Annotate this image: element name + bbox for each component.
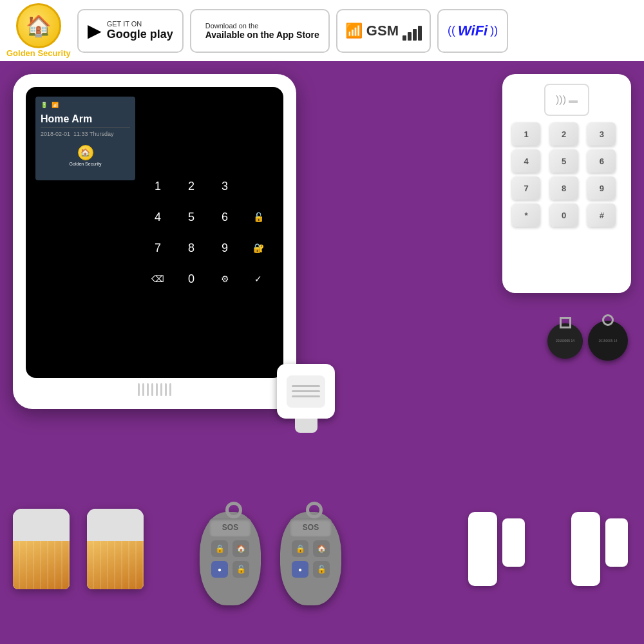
rfid-reader-area: ))) ▬ (544, 84, 589, 116)
key-5[interactable]: 5 (178, 204, 204, 230)
gsm-label: GSM (366, 23, 399, 39)
key-confirm[interactable]: ✓ (245, 266, 271, 292)
appstore-badge[interactable]: Download on the Available on the App Sto… (190, 9, 330, 53)
rfid-key-7[interactable]: 7 (512, 176, 540, 200)
remote-1-row-1: 🔒 🏠 (211, 540, 249, 557)
brand-name-text: Golden Security (6, 48, 71, 58)
lcd-brand-text: Golden Security (70, 162, 102, 166)
remote-2-btn-3[interactable]: 🔓 (313, 561, 330, 578)
wifi-right-waves: )) (490, 24, 498, 37)
battery-icon: 🔋 (41, 102, 48, 108)
key-0[interactable]: 0 (178, 266, 204, 292)
rfid-waves-icon: ))) (556, 94, 566, 106)
key-7[interactable]: 7 (145, 235, 171, 261)
product-area: 🔋 📶 Home Arm 2018-02-01 11:33 Thursday 🏠… (0, 61, 644, 644)
signal-bar-4 (418, 26, 422, 41)
rfid-keypad: ))) ▬ 1 2 3 4 5 6 7 8 9 * 0 # (502, 74, 631, 293)
remote-1: SOS 🔒 🏠 ● 🔓 (200, 495, 267, 605)
door-main-1 (468, 512, 497, 586)
rfid-tag-1-text: 20150005 14 (552, 335, 578, 346)
key-settings[interactable]: ⚙ (212, 266, 238, 292)
lcd-divider (41, 128, 130, 128)
rfid-key-1[interactable]: 1 (512, 122, 540, 146)
wifi-left-waves: (( (448, 24, 455, 37)
remote-1-btn-3[interactable]: 🔓 (232, 561, 249, 578)
remote-2-loop (306, 502, 323, 518)
lcd-logo-circle: 🏠 (78, 145, 93, 160)
speaker-slot-3 (147, 383, 149, 396)
pir-sensor-1 (13, 509, 74, 596)
speaker-slot-7 (165, 383, 167, 396)
key-3[interactable]: 3 (212, 173, 238, 199)
lcd-house-icon: 🏠 (80, 148, 90, 157)
key-1[interactable]: 1 (145, 173, 171, 199)
rfid-key-4[interactable]: 4 (512, 149, 540, 173)
remote-1-row-2: ● 🔓 (211, 561, 249, 578)
remote-1-loop (225, 502, 242, 518)
house-icon: 🏠 (26, 14, 52, 38)
pir-top-part (13, 509, 70, 541)
speaker-slot-2 (142, 383, 144, 396)
remote-1-sos-btn[interactable]: SOS (209, 518, 251, 536)
key-backspace[interactable]: ⌫ (145, 266, 171, 292)
siren-slot-2 (292, 390, 320, 392)
rfid-key-hash[interactable]: # (587, 204, 616, 227)
rfid-tags-area: 20150005 14 20150005 14 (547, 309, 628, 361)
remote-2-btn-blue[interactable]: ● (292, 561, 308, 578)
rfid-key-8[interactable]: 8 (550, 176, 578, 200)
keypad-area: 1 2 3 4 5 6 🔓 7 8 9 🔐 ⌫ 0 ⚙ ✓ (135, 97, 274, 368)
rfid-key-2[interactable]: 2 (550, 122, 578, 146)
signal-bar-1 (402, 35, 406, 41)
key-ring-2 (602, 314, 614, 326)
rfid-key-9[interactable]: 9 (587, 176, 616, 200)
rfid-key-6[interactable]: 6 (587, 149, 616, 173)
key-lock-closed[interactable]: 🔐 (245, 235, 271, 261)
rfid-key-star[interactable]: * (512, 204, 540, 227)
key-lock-open[interactable]: 🔓 (245, 204, 271, 230)
key-ring-1 (560, 317, 571, 328)
remote-2-sos-btn[interactable]: SOS (290, 518, 332, 536)
rfid-card-icon: ▬ (569, 95, 578, 105)
siren-body (277, 364, 335, 419)
sim-icon: 📶 (345, 23, 363, 39)
pir-sensor-2 (87, 509, 148, 596)
alarm-panel: 🔋 📶 Home Arm 2018-02-01 11:33 Thursday 🏠… (13, 74, 296, 409)
remote-1-btn-2[interactable]: 🏠 (232, 540, 249, 557)
door-main-2 (571, 512, 600, 586)
google-play-label: Google play (107, 28, 173, 41)
google-play-sublabel: GET IT ON (107, 20, 173, 28)
alarm-status-text: Home Arm (41, 113, 130, 125)
pir-top-part-2 (87, 509, 144, 541)
rfid-key-3[interactable]: 3 (587, 122, 616, 146)
key-6[interactable]: 6 (212, 204, 238, 230)
key-2[interactable]: 2 (178, 173, 204, 199)
remote-2: SOS 🔒 🏠 ● 🔓 (280, 495, 348, 605)
panel-screen-area: 🔋 📶 Home Arm 2018-02-01 11:33 Thursday 🏠… (26, 87, 283, 378)
key-4[interactable]: 4 (145, 204, 171, 230)
wifi-label: WiFi (458, 23, 488, 39)
google-play-icon: ▶ (88, 20, 102, 41)
key-9[interactable]: 9 (212, 235, 238, 261)
alarm-siren (277, 364, 335, 433)
lcd-screen: 🔋 📶 Home Arm 2018-02-01 11:33 Thursday 🏠… (35, 97, 135, 180)
key-8[interactable]: 8 (178, 235, 204, 261)
rfid-key-5[interactable]: 5 (550, 149, 578, 173)
header-bar: 🏠 Golden Security ▶ GET IT ON Google pla… (0, 0, 644, 61)
google-play-badge[interactable]: ▶ GET IT ON Google play (77, 9, 184, 53)
rfid-key-0[interactable]: 0 (550, 204, 578, 227)
appstore-label: Available on the App Store (205, 30, 319, 40)
remote-2-btn-2[interactable]: 🏠 (313, 540, 330, 557)
lcd-date: 2018-02-01 11:33 Thursday (41, 131, 130, 137)
remote-1-btn-1[interactable]: 🔒 (211, 540, 228, 557)
pir-lens (13, 541, 70, 589)
remote-1-btn-blue[interactable]: ● (211, 561, 228, 578)
door-magnet-2 (605, 518, 628, 567)
remote-2-body: SOS 🔒 🏠 ● 🔓 (280, 512, 341, 605)
speaker-slot-5 (156, 383, 158, 396)
siren-mount (295, 419, 317, 433)
siren-slot-1 (292, 385, 320, 387)
gsm-badge: 📶 GSM (336, 9, 431, 53)
remote-2-btn-1[interactable]: 🔒 (292, 540, 308, 557)
speaker-slot-1 (138, 383, 140, 396)
door-sensor-2 (571, 512, 628, 586)
